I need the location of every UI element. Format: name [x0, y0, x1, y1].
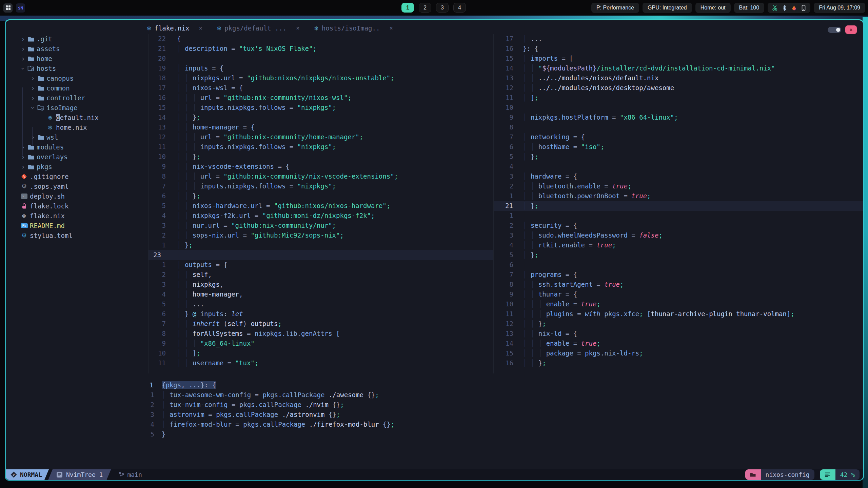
code-text: │ astronvim = pkgs.callPackage ./astronv… — [162, 410, 340, 420]
tree-item--gitignore[interactable]: .gitignore — [6, 171, 148, 181]
tree-item-modules[interactable]: ›modules — [6, 142, 148, 152]
workspace-button-1[interactable]: 1 — [401, 3, 414, 13]
flame-icon[interactable] — [791, 5, 797, 11]
workspace-button-4[interactable]: 4 — [453, 3, 466, 13]
tab-flake-nix[interactable]: ❄flake.nix× — [147, 24, 202, 32]
line-number: 8 — [494, 280, 519, 289]
code-line: 13│ │ home-manager = { — [149, 122, 493, 132]
tab-close-icon[interactable]: × — [296, 25, 299, 32]
apps-grid-icon[interactable] — [3, 3, 13, 13]
chevron-right-icon[interactable]: › — [20, 45, 26, 53]
code-text: │ imports = [ — [523, 54, 573, 63]
tree-item-home-nix[interactable]: ❄home.nix — [6, 122, 148, 132]
code-line: 22{ — [149, 34, 493, 44]
window-close-button[interactable]: × — [845, 25, 857, 34]
tab-pkgs-default-[interactable]: ❄pkgs/default ...× — [217, 24, 300, 32]
tree-item-wsl[interactable]: ›wsl — [6, 132, 148, 142]
code-line: 15│ imports = [ — [494, 54, 864, 63]
tree-item-common[interactable]: ›common — [6, 83, 148, 93]
tree-item-flake-nix[interactable]: ❄flake.nix — [6, 211, 148, 221]
code-text: │ │ home-manager, — [177, 289, 243, 299]
tree-item-overlays[interactable]: ›overlays — [6, 152, 148, 162]
tab-close-icon[interactable]: × — [199, 25, 202, 32]
bluetooth-icon[interactable] — [782, 5, 787, 11]
status-chips: P: PerformanceGPU: IntegratedHome: outBa… — [591, 3, 764, 13]
line-number: 20 — [149, 54, 170, 63]
code-line: 4│ │ rtkit.enable = true; — [494, 240, 864, 250]
tree-item-label: flake.lock — [30, 202, 68, 210]
tree-item-deploy-sh[interactable]: ›_deploy.sh — [6, 191, 148, 201]
tree-item-assets[interactable]: ›assets — [6, 44, 148, 54]
line-number: 15 — [494, 348, 519, 358]
tree-item-label: .gitignore — [30, 173, 68, 180]
tree-item-label: overlays — [37, 153, 68, 161]
code-line: 15│ │ │ package = pkgs.nix-ld-rs; — [494, 348, 864, 358]
code-line: 1{pkgs, ...}: { — [148, 380, 864, 390]
line-number: 13 — [494, 329, 519, 339]
chevron-right-icon[interactable]: › — [29, 133, 36, 141]
chevron-down-icon[interactable]: › — [29, 104, 37, 111]
workspace-button-2[interactable]: 2 — [419, 3, 431, 13]
editor-pane-flake-nix[interactable]: 22{21│ description = "tux's NixOS Flake"… — [148, 34, 493, 373]
chevron-right-icon[interactable]: › — [20, 163, 26, 171]
tree-item--sops-yaml[interactable]: ⚙.sops.yaml — [6, 181, 148, 191]
code-text: │ │ │ enable = true; — [523, 299, 600, 309]
chevron-right-icon[interactable]: › — [20, 35, 26, 43]
code-text: │ }; — [523, 201, 538, 211]
file-explorer[interactable]: ›.git›assets›home›hosts›canopus›common›c… — [6, 34, 148, 468]
line-number: 21 — [494, 201, 519, 211]
line-number: 13 — [494, 73, 519, 83]
folder-icon — [26, 164, 35, 169]
workspace-button-3[interactable]: 3 — [436, 3, 449, 13]
git-icon — [20, 174, 28, 180]
line-number: 11 — [149, 358, 170, 368]
line-number: 8 — [149, 171, 170, 181]
line-number: 10 — [149, 152, 170, 162]
chevron-right-icon[interactable]: › — [29, 94, 36, 102]
code-line: 12│ │ │ url = "github:nix-community/home… — [149, 132, 493, 142]
chevron-right-icon[interactable]: › — [29, 74, 36, 82]
tree-item-hosts[interactable]: ›hosts — [6, 63, 148, 73]
line-number: 9 — [494, 289, 519, 299]
editor-pane-pkgs-default[interactable]: 1{pkgs, ...}: {1│ tux-awesome-wm-config … — [148, 380, 864, 468]
line-number: 4 — [149, 289, 170, 299]
code-text: │ hardware = { — [523, 171, 577, 181]
folder-icon — [26, 36, 35, 42]
nix-file-icon: ❄ — [314, 24, 318, 32]
tree-item-README-md[interactable]: M↓README.md — [6, 221, 148, 230]
tree-item-pkgs[interactable]: ›pkgs — [6, 162, 148, 171]
chevron-down-icon[interactable]: › — [19, 65, 27, 72]
folder-open-icon — [36, 105, 45, 110]
status-widgets: P: PerformanceGPU: IntegratedHome: outBa… — [591, 3, 865, 13]
tree-item-home[interactable]: ›home — [6, 54, 148, 63]
code-line: 8│ │ forAllSystems = nixpkgs.lib.genAttr… — [149, 329, 493, 339]
tree-item-stylua-toml[interactable]: ⚙stylua.toml — [6, 230, 148, 240]
shell-launcher-icon[interactable]: $N — [16, 3, 25, 13]
chevron-right-icon[interactable]: › — [20, 55, 26, 63]
tree-item-canopus[interactable]: ›canopus — [6, 73, 148, 83]
code-text: │ outputs = { — [177, 260, 228, 270]
window-toggle-button[interactable] — [828, 27, 841, 33]
tree-item-isoImage[interactable]: ›isoImage — [6, 103, 148, 113]
chevron-right-icon[interactable]: › — [29, 84, 36, 92]
line-number: 1 — [494, 191, 519, 201]
tree-item-controller[interactable]: ›controller — [6, 93, 148, 103]
code-text: │ security = { — [523, 221, 577, 230]
editor-pane-iso-image[interactable]: 17│ ...16}: {15│ imports = [14│ │ "${mod… — [493, 34, 864, 373]
buffer-segment: NvimTree_1 — [48, 469, 111, 480]
tab-hosts-isoImag-[interactable]: ❄hosts/isoImag..× — [314, 24, 393, 32]
chevron-right-icon[interactable]: › — [20, 153, 26, 161]
phone-icon[interactable] — [801, 5, 806, 11]
tree-item-default-nix[interactable]: ❄default.nix — [6, 113, 148, 122]
tree-item--git[interactable]: ›.git — [6, 34, 148, 44]
tab-close-icon[interactable]: × — [389, 25, 393, 32]
tree-item-flake-lock[interactable]: flake.lock — [6, 201, 148, 211]
chevron-right-icon[interactable]: › — [20, 143, 26, 151]
line-number: 22 — [149, 34, 170, 44]
code-line: 8│ │ │ url = "github:nix-community/nix-v… — [149, 171, 493, 181]
line-number: 2 — [494, 221, 519, 230]
line-number: 21 — [149, 44, 170, 54]
code-line: 15│ │ │ inputs.nixpkgs.follows = "nixpkg… — [149, 103, 493, 113]
scissors-icon[interactable] — [772, 5, 778, 11]
gear-icon: ⚙ — [20, 183, 28, 190]
